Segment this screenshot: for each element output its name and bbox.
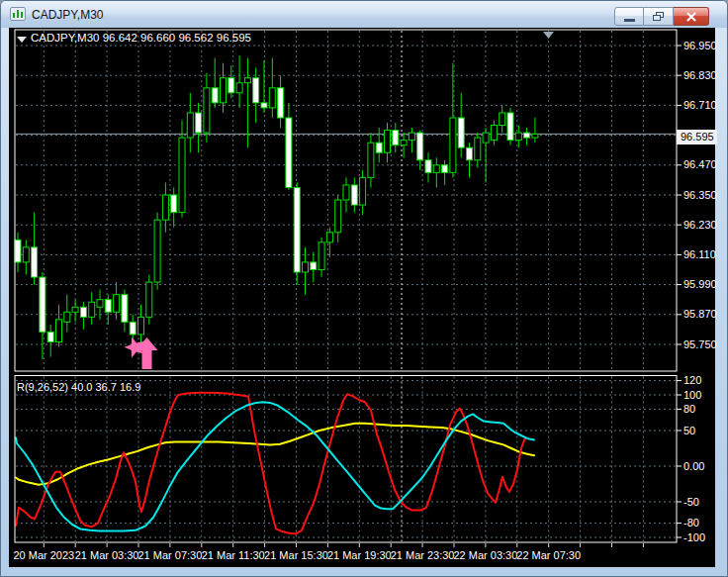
- candle-body: [221, 78, 227, 103]
- price-axis-label: 96.710: [683, 99, 717, 112]
- close-button[interactable]: [674, 7, 709, 26]
- candle-body: [491, 126, 497, 141]
- candle-body: [343, 185, 349, 200]
- candle-body: [40, 277, 46, 332]
- candle-body: [409, 133, 414, 141]
- oscillator-axis-label: 50: [683, 425, 717, 437]
- oscillator-axis-label: 100: [683, 389, 717, 402]
- candle-body: [130, 322, 136, 335]
- candle-body: [196, 113, 202, 133]
- price-axis-label: 95.750: [683, 338, 717, 351]
- restore-button[interactable]: [644, 7, 674, 26]
- chart-client-area: CADJPY,M30 96.642 96.660 96.562 96.595 R…: [9, 28, 715, 567]
- candle-body: [360, 177, 366, 205]
- candle-body: [212, 88, 218, 103]
- candle-body: [376, 143, 382, 152]
- shift-triangle-icon: [543, 32, 554, 39]
- candle-body: [114, 295, 120, 313]
- candle-body: [393, 131, 399, 145]
- candle-body: [507, 113, 513, 141]
- candle-body: [204, 88, 210, 133]
- minimize-icon: [624, 19, 635, 22]
- candle-body: [417, 133, 423, 160]
- indicator-plot-border: [15, 376, 677, 543]
- signal-yellow-line: [16, 424, 534, 485]
- close-icon: [685, 11, 697, 23]
- mt4-chart-window: CADJPY,M30 CADJPY,M30 96.642 96.660 96.5…: [0, 0, 728, 577]
- candle-body: [89, 302, 95, 317]
- candle-body: [450, 118, 456, 172]
- oscillator-axis-label: 80: [683, 403, 717, 416]
- candle-body: [253, 78, 259, 103]
- candle-body: [500, 113, 505, 126]
- candle-body: [311, 262, 317, 270]
- candle-body: [244, 78, 250, 83]
- candle-body: [385, 131, 391, 153]
- candle-body: [171, 195, 177, 213]
- candle-body: [294, 187, 300, 272]
- price-axis-label: 96.350: [683, 189, 717, 202]
- time-axis-label: 22 Mar 07:30: [503, 549, 594, 562]
- ohlc-header: CADJPY,M30 96.642 96.660 96.562 96.595: [31, 32, 251, 44]
- candle-body: [475, 138, 481, 160]
- candle-body: [32, 247, 38, 277]
- restore-icon: [653, 12, 665, 22]
- price-axis-label: 96.830: [683, 69, 717, 82]
- buy-arrow-icon: [136, 337, 158, 369]
- candle-body: [467, 147, 473, 160]
- chart-icon: [10, 7, 26, 21]
- candle-body: [236, 83, 242, 93]
- window-controls: [614, 7, 709, 26]
- candle-body: [458, 118, 464, 147]
- candle-body: [23, 247, 29, 262]
- candle-body: [278, 88, 284, 118]
- candle-body: [72, 307, 78, 312]
- oscillator-axis-label: -100: [683, 531, 717, 544]
- candle-body: [303, 262, 309, 272]
- candle-body: [401, 141, 407, 145]
- price-axis-label: 96.950: [683, 40, 717, 52]
- candle-body: [524, 133, 530, 138]
- candle-body: [146, 282, 152, 317]
- candle-body: [326, 233, 332, 242]
- candle-body: [532, 134, 538, 138]
- candle-body: [286, 118, 292, 187]
- candle-body: [228, 78, 234, 93]
- oscillator-axis-label: -80: [683, 517, 717, 529]
- candle-body: [442, 165, 448, 173]
- candle-body: [269, 88, 275, 108]
- candle-body: [15, 240, 21, 262]
- price-axis-label: 95.990: [683, 278, 717, 291]
- candle-body: [368, 143, 374, 177]
- price-axis-label: 95.870: [683, 308, 717, 321]
- ohlc-header-text: CADJPY,M30 96.642 96.660 96.562 96.595: [31, 32, 251, 44]
- dropdown-arrow-icon: [17, 37, 27, 43]
- oscillator-axis-label: -50: [683, 496, 717, 509]
- minimize-button[interactable]: [614, 7, 644, 26]
- candle-body: [64, 312, 70, 322]
- oscillator-axis-label: 0.00: [683, 460, 717, 473]
- candle-body: [335, 200, 341, 233]
- candle-body: [80, 307, 86, 317]
- candle-body: [261, 103, 267, 108]
- candle-body: [56, 320, 62, 342]
- price-axis-label: 96.230: [683, 219, 717, 232]
- candle-body: [122, 295, 128, 323]
- candle-body: [179, 138, 185, 213]
- candle-body: [154, 220, 160, 282]
- titlebar[interactable]: CADJPY,M30: [1, 1, 727, 28]
- candle-body: [351, 185, 357, 205]
- indicator-label: R(9,26,52) 40.0 36.7 16.9: [17, 381, 140, 393]
- oscillator-axis-label: 120: [683, 374, 717, 387]
- current-price-box: 96.595: [677, 130, 717, 144]
- candle-body: [515, 133, 521, 141]
- candle-body: [187, 113, 193, 138]
- candle-body: [97, 300, 103, 308]
- chart-canvas[interactable]: [9, 28, 715, 567]
- candle-body: [138, 317, 144, 335]
- candle-body: [483, 133, 489, 143]
- candle-body: [47, 332, 53, 341]
- candle-body: [105, 300, 111, 313]
- price-axis-label: 96.470: [683, 158, 717, 171]
- candle-body: [162, 195, 168, 220]
